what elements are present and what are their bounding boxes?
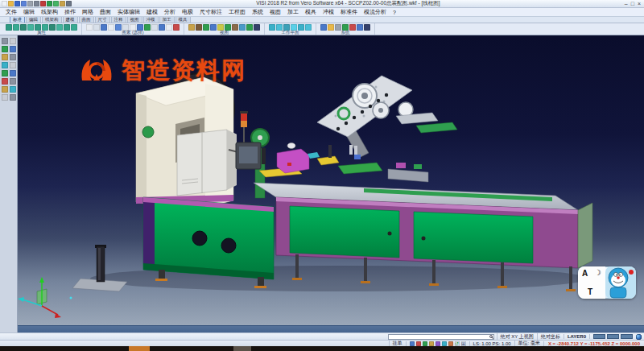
show-element-icon[interactable] [173, 24, 180, 31]
print-icon[interactable] [27, 1, 33, 6]
rectangle-tool-icon[interactable] [10, 54, 16, 60]
menu-item-12[interactable]: 系统 [249, 8, 266, 16]
help-icon[interactable] [364, 24, 370, 31]
open-folder-icon[interactable] [8, 1, 14, 6]
menu-item-3[interactable]: 操作 [61, 8, 79, 16]
menu-item-11[interactable]: 工程图 [225, 8, 249, 16]
toolbar-tab-2[interactable]: 线架构 [42, 17, 62, 23]
menu-item-14[interactable]: 加工 [284, 8, 302, 16]
undo-icon[interactable] [47, 1, 52, 6]
command-bar[interactable] [18, 325, 644, 332]
close-button[interactable]: × [638, 1, 641, 7]
calculator-icon[interactable] [328, 24, 334, 31]
select-color-icon[interactable] [101, 24, 107, 31]
macro-icon[interactable] [60, 1, 65, 6]
line-tool-icon[interactable] [2, 46, 8, 52]
polyline-tool-icon[interactable] [2, 62, 8, 68]
spline-tool-icon[interactable] [10, 62, 16, 68]
menu-item-18[interactable]: 模流分析 [361, 8, 390, 16]
select-box-icon[interactable] [93, 24, 100, 31]
menu-item-8[interactable]: 分析 [161, 8, 179, 16]
zoom-all-icon[interactable] [188, 24, 195, 31]
taskbar-app-segment-2[interactable] [233, 346, 251, 351]
scale-tool-icon[interactable] [2, 94, 8, 101]
delete-tool-icon[interactable] [10, 94, 16, 101]
hide-element-icon[interactable] [166, 24, 172, 31]
move-tool-icon[interactable] [2, 86, 8, 93]
menu-item-4[interactable]: 网格 [79, 8, 97, 16]
search-box[interactable] [388, 334, 494, 340]
redo-icon[interactable] [53, 1, 59, 6]
snap-intersect-icon[interactable] [436, 341, 440, 346]
snap-center-icon[interactable] [429, 341, 434, 346]
menu-item-2[interactable]: 线架构 [38, 8, 61, 16]
3d-viewport[interactable]: 智造资料网 A ☽ T [18, 35, 644, 325]
attr-reset-icon[interactable] [71, 24, 77, 31]
menu-item-10[interactable]: 尺寸标注 [196, 8, 225, 16]
menu-item-0[interactable]: 文件 [2, 8, 20, 16]
menu-item-5[interactable]: 曲面 [97, 8, 114, 16]
new-doc-icon[interactable] [2, 1, 7, 6]
globe-icon[interactable] [636, 334, 642, 340]
toolbar-tab-10[interactable]: 模具 [175, 17, 191, 23]
customize-icon[interactable] [66, 1, 72, 6]
ime-widget[interactable]: A ☽ T [578, 266, 636, 299]
minimize-button[interactable]: – [625, 1, 628, 7]
select-tool-icon[interactable] [2, 38, 8, 44]
toolbar-tab-0[interactable]: 标准 [10, 17, 25, 23]
perspective-icon[interactable] [246, 24, 253, 31]
rotate-tool-icon[interactable] [10, 86, 16, 93]
taskbar-app-segment[interactable] [129, 346, 150, 351]
zoom-in-icon[interactable] [203, 24, 209, 31]
menu-item-9[interactable]: 电极 [179, 8, 196, 16]
toolbar-tab-9[interactable]: 加工 [159, 17, 175, 23]
select-layer-icon[interactable] [108, 24, 114, 31]
offset-tool-icon[interactable] [2, 78, 8, 85]
snap-perp-icon[interactable] [448, 341, 453, 346]
menu-item-16[interactable]: 冲模 [320, 8, 337, 16]
search-input[interactable] [390, 335, 489, 339]
circle-tool-icon[interactable] [10, 46, 16, 52]
toolbar-tab-5[interactable]: 尺寸 [95, 17, 110, 23]
toolbar-tab-8[interactable]: 冲模 [143, 17, 159, 23]
select-all-icon[interactable] [86, 24, 93, 31]
extend-tool-icon[interactable] [10, 70, 16, 76]
cut-icon[interactable] [40, 1, 46, 6]
zoom-out-icon[interactable] [210, 24, 217, 31]
attr-paint-icon[interactable] [49, 24, 56, 31]
trim-tool-icon[interactable] [2, 70, 8, 76]
attr-lock-icon[interactable] [64, 24, 70, 31]
active-layer-indicator[interactable]: LAYER0 [564, 334, 589, 339]
view-manager-icon[interactable] [254, 24, 260, 31]
attr-color-icon[interactable] [6, 24, 12, 31]
regen-icon[interactable]: ↺ [455, 341, 460, 346]
menu-item-17[interactable]: 标准件 [337, 8, 361, 16]
attr-visibility-icon[interactable] [56, 24, 63, 31]
snap-point-icon[interactable] [416, 341, 421, 346]
snap-mid-icon[interactable] [423, 341, 427, 346]
maximize-button[interactable]: □ [631, 1, 634, 7]
arc-tool-icon[interactable] [2, 54, 8, 60]
plot-icon[interactable] [34, 1, 39, 6]
menu-item-7[interactable]: 建模 [143, 8, 161, 16]
wireframe-icon[interactable] [239, 24, 246, 31]
filter-icon[interactable] [144, 24, 151, 31]
toolbar-tab-6[interactable]: 注释 [111, 17, 126, 23]
mirror-tool-icon[interactable] [10, 78, 16, 85]
attr-line-width-icon[interactable] [27, 24, 34, 31]
options-icon[interactable] [320, 24, 327, 31]
menu-item-13[interactable]: 视图 [266, 8, 284, 16]
attr-line-type-icon[interactable] [20, 24, 27, 31]
toolbar-tab-3[interactable]: 建模 [63, 17, 78, 23]
toolbar-tab-7[interactable]: 视图 [127, 17, 142, 23]
snap-grid-icon[interactable] [410, 341, 415, 346]
menu-item-6[interactable]: 实体编辑 [114, 8, 143, 16]
snap-tangent-icon[interactable] [442, 341, 447, 346]
measure-icon[interactable] [349, 24, 356, 31]
toolbar-tab-1[interactable]: 编辑 [26, 17, 41, 23]
crosshair-icon[interactable]: ⊞ [461, 341, 466, 346]
zoom-window-icon[interactable] [196, 24, 202, 31]
shade-icon[interactable] [232, 24, 238, 31]
select-type-icon[interactable] [115, 24, 122, 31]
menu-item-15[interactable]: 模具 [302, 8, 320, 16]
